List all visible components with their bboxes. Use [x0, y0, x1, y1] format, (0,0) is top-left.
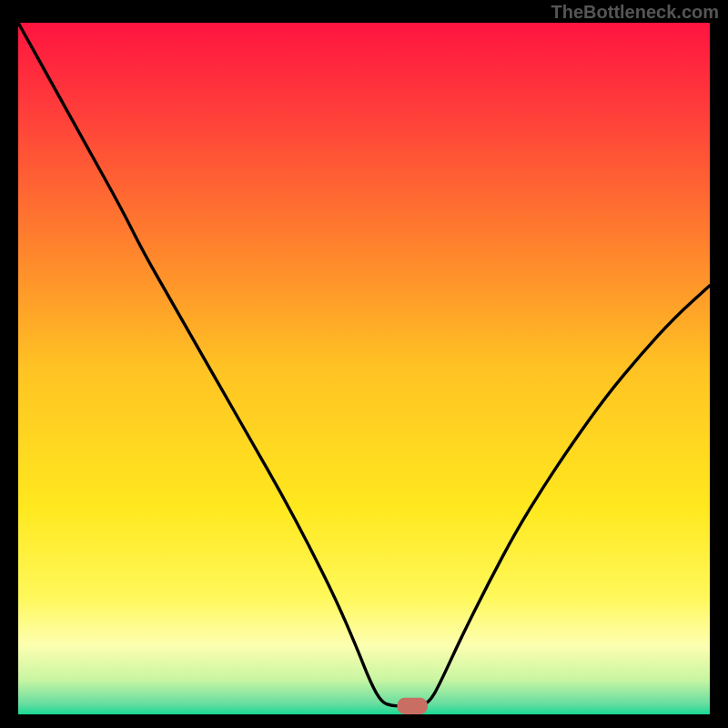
bottleneck-chart [18, 23, 710, 714]
heat-background [18, 23, 710, 714]
plot-area [18, 23, 710, 714]
optimal-marker [397, 698, 427, 714]
watermark-text: TheBottleneck.com [551, 2, 719, 23]
chart-frame: TheBottleneck.com [0, 0, 728, 728]
